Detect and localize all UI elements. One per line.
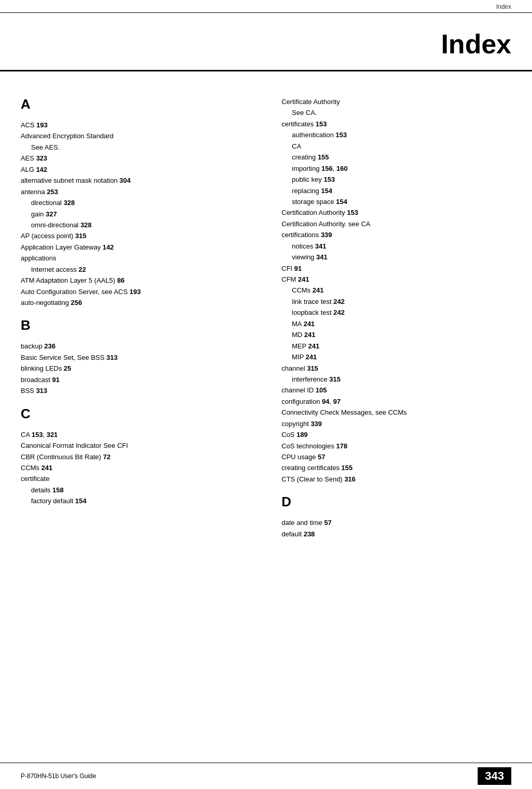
list-item: MEP 241 bbox=[282, 341, 511, 352]
list-item: CoS technologies 178 bbox=[282, 441, 511, 451]
list-item: antenna 253 bbox=[21, 186, 250, 197]
list-item: Connectivity Check Messages, see CCMs bbox=[282, 407, 511, 418]
list-item: loopback test 242 bbox=[282, 307, 511, 318]
list-item: Basic Service Set, See BSS 313 bbox=[21, 352, 250, 363]
list-item: MIP 241 bbox=[282, 352, 511, 362]
section-d: D date and time 57 default 238 bbox=[282, 494, 511, 539]
section-c: C CA 153, 321 Canonical Format Indicator… bbox=[21, 406, 250, 507]
list-item: Certificate Authority bbox=[282, 96, 511, 107]
top-label: Index bbox=[496, 3, 511, 10]
section-c-right: Certificate Authority See CA. certificat… bbox=[282, 96, 511, 485]
list-item: importing 156, 160 bbox=[282, 163, 511, 174]
list-item: creating 155 bbox=[282, 152, 511, 163]
section-b: B backup 236 Basic Service Set, See BSS … bbox=[21, 317, 250, 396]
list-item: notices 341 bbox=[282, 241, 511, 252]
list-item: gain 327 bbox=[21, 209, 250, 220]
page-container: Index Index A ACS 193 Advanced Encryptio… bbox=[0, 0, 532, 789]
list-item: factory default 154 bbox=[21, 495, 250, 506]
list-item: link trace test 242 bbox=[282, 296, 511, 307]
list-item: omni-directional 328 bbox=[21, 220, 250, 230]
list-item: See AES. bbox=[21, 142, 250, 153]
list-item: viewing 341 bbox=[282, 252, 511, 262]
list-item: blinking LEDs 25 bbox=[21, 363, 250, 374]
list-item: backup 236 bbox=[21, 341, 250, 352]
list-item: Internet access 22 bbox=[21, 264, 250, 275]
list-item: CPU usage 57 bbox=[282, 451, 511, 462]
section-letter-a: A bbox=[21, 96, 250, 112]
list-item: Certification Authority 153 bbox=[282, 207, 511, 218]
list-item: configuration 94, 97 bbox=[282, 396, 511, 407]
list-item: CA 153, 321 bbox=[21, 429, 250, 440]
list-item: applications bbox=[21, 253, 250, 264]
footer-left-text: P-870HN-51b User's Guide bbox=[21, 772, 96, 780]
list-item: Advanced Encryption Standard bbox=[21, 130, 250, 141]
page-title: Index bbox=[21, 28, 511, 60]
list-item: Canonical Format Indicator See CFI bbox=[21, 440, 250, 451]
list-item: CBR (Continuous Bit Rate) 72 bbox=[21, 451, 250, 462]
list-item: CCMs 241 bbox=[21, 462, 250, 473]
list-item: Application Layer Gateway 142 bbox=[21, 242, 250, 253]
list-item: public key 153 bbox=[282, 174, 511, 185]
list-item: channel 315 bbox=[282, 363, 511, 374]
list-item: BSS 313 bbox=[21, 385, 250, 396]
footer-page-number: 343 bbox=[478, 767, 511, 785]
list-item: MA 241 bbox=[282, 318, 511, 329]
list-item: default 238 bbox=[282, 529, 511, 539]
list-item: CA bbox=[282, 141, 511, 152]
list-item: AES 323 bbox=[21, 153, 250, 164]
list-item: storage space 154 bbox=[282, 196, 511, 207]
list-item: CFM 241 bbox=[282, 274, 511, 285]
list-item: copyright 339 bbox=[282, 418, 511, 429]
list-item: ATM Adaptation Layer 5 (AAL5) 86 bbox=[21, 275, 250, 286]
list-item: Auto Configuration Server, see ACS 193 bbox=[21, 286, 250, 297]
list-item: replacing 154 bbox=[282, 185, 511, 196]
left-column: A ACS 193 Advanced Encryption Standard S… bbox=[21, 87, 266, 546]
list-item: authentication 153 bbox=[282, 129, 511, 140]
list-item: ACS 193 bbox=[21, 120, 250, 130]
list-item: CoS 189 bbox=[282, 429, 511, 440]
list-item: alternative subnet mask notation 304 bbox=[21, 175, 250, 186]
list-item: See CA. bbox=[282, 107, 511, 118]
list-item: auto-negotiating 256 bbox=[21, 297, 250, 308]
list-item: CFI 91 bbox=[282, 263, 511, 274]
section-letter-d: D bbox=[282, 494, 511, 510]
section-a: A ACS 193 Advanced Encryption Standard S… bbox=[21, 96, 250, 308]
list-item: certificate bbox=[21, 473, 250, 484]
list-item: ALG 142 bbox=[21, 164, 250, 175]
bottom-bar: P-870HN-51b User's Guide 343 bbox=[0, 763, 532, 789]
list-item: CTS (Clear to Send) 316 bbox=[282, 474, 511, 485]
list-item: CCMs 241 bbox=[282, 285, 511, 296]
list-item: certifications 339 bbox=[282, 229, 511, 240]
list-item: creating certificates 155 bbox=[282, 462, 511, 473]
list-item: Certification Authority. see CA bbox=[282, 218, 511, 229]
section-letter-b: B bbox=[21, 317, 250, 333]
list-item: channel ID 105 bbox=[282, 385, 511, 396]
top-bar: Index bbox=[0, 0, 532, 13]
page-title-section: Index bbox=[0, 13, 532, 71]
list-item: certificates 153 bbox=[282, 119, 511, 129]
list-item: directional 328 bbox=[21, 197, 250, 208]
list-item: date and time 57 bbox=[282, 517, 511, 528]
list-item: MD 241 bbox=[282, 329, 511, 340]
right-column: Certificate Authority See CA. certificat… bbox=[266, 87, 511, 546]
content-area: A ACS 193 Advanced Encryption Standard S… bbox=[0, 87, 532, 546]
list-item: AP (access point) 315 bbox=[21, 230, 250, 241]
section-letter-c: C bbox=[21, 406, 250, 422]
list-item: broadcast 91 bbox=[21, 374, 250, 385]
list-item: interference 315 bbox=[282, 374, 511, 385]
list-item: details 158 bbox=[21, 485, 250, 495]
